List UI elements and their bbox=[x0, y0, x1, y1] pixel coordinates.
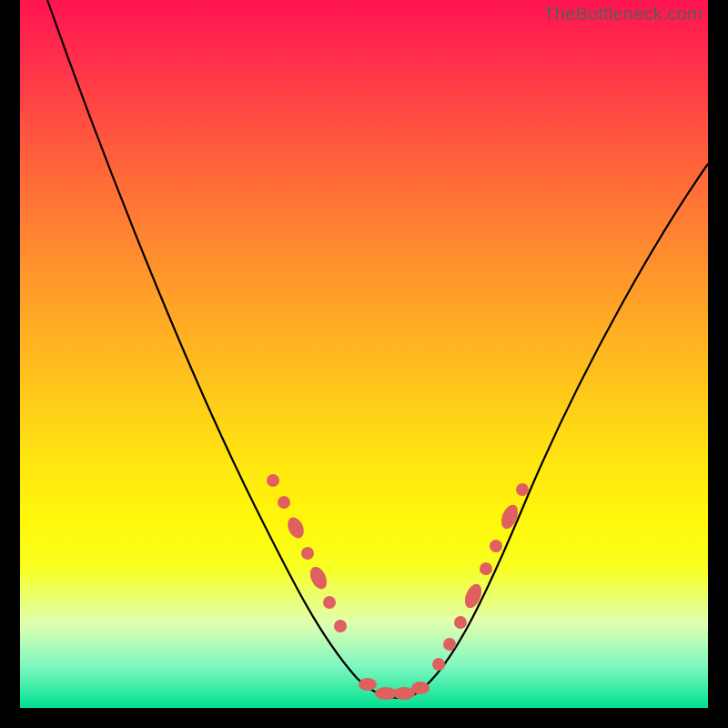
svg-point-2 bbox=[285, 515, 308, 541]
markers-bottom bbox=[359, 678, 430, 700]
svg-point-11 bbox=[432, 658, 445, 671]
svg-point-10 bbox=[411, 682, 430, 694]
svg-point-14 bbox=[461, 581, 484, 611]
svg-point-5 bbox=[323, 596, 336, 609]
chart-canvas bbox=[20, 0, 708, 708]
svg-point-7 bbox=[359, 678, 377, 691]
svg-point-0 bbox=[267, 474, 279, 487]
svg-point-15 bbox=[480, 562, 492, 575]
markers-right bbox=[432, 483, 529, 671]
svg-point-4 bbox=[307, 564, 329, 592]
svg-point-1 bbox=[278, 496, 290, 509]
svg-point-6 bbox=[334, 620, 347, 632]
watermark-text: TheBottleneck.com bbox=[543, 4, 703, 25]
svg-point-16 bbox=[490, 540, 502, 552]
svg-point-3 bbox=[301, 547, 314, 560]
svg-point-13 bbox=[454, 616, 467, 629]
curve-path bbox=[47, 0, 708, 698]
svg-point-12 bbox=[443, 638, 456, 651]
bottleneck-plot bbox=[20, 0, 708, 708]
svg-point-17 bbox=[498, 502, 521, 531]
svg-point-18 bbox=[516, 483, 529, 496]
